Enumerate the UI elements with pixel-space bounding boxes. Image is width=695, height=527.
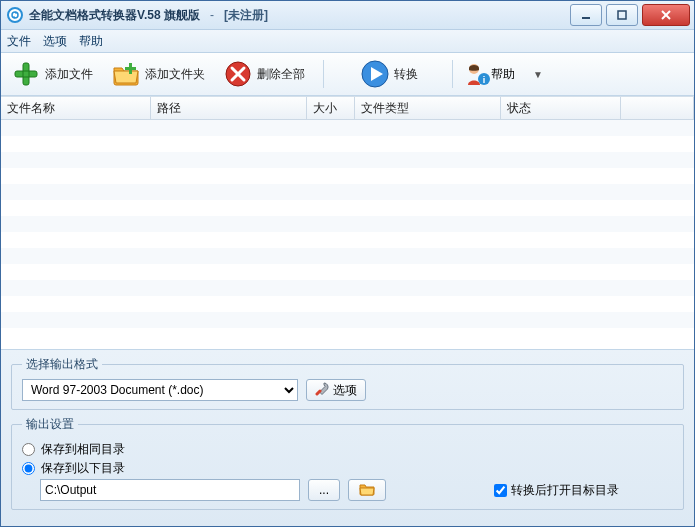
svg-rect-10 xyxy=(125,67,136,70)
svg-rect-6 xyxy=(15,71,37,77)
svg-point-0 xyxy=(8,8,22,22)
menubar: 文件 选项 帮助 xyxy=(1,30,694,53)
open-after-checkbox[interactable] xyxy=(494,484,507,497)
close-button[interactable] xyxy=(642,4,690,26)
output-settings-legend: 输出设置 xyxy=(22,416,78,433)
output-settings-group: 输出设置 保存到相同目录 保存到以下目录 ... xyxy=(11,416,684,510)
output-path-input[interactable] xyxy=(40,479,300,501)
below-dir-label: 保存到以下目录 xyxy=(41,460,125,477)
below-dir-radio[interactable] xyxy=(22,462,35,475)
col-type[interactable]: 文件类型 xyxy=(355,97,501,119)
svg-text:i: i xyxy=(483,75,486,85)
help-label: 帮助 xyxy=(491,66,515,83)
convert-label: 转换 xyxy=(394,66,418,83)
col-spacer xyxy=(621,97,694,119)
help-dropdown[interactable]: i 帮助 ▼ xyxy=(457,56,547,92)
title-separator: - xyxy=(210,8,214,22)
open-folder-button[interactable] xyxy=(348,479,386,501)
delete-all-label: 删除全部 xyxy=(257,66,305,83)
col-path[interactable]: 路径 xyxy=(151,97,307,119)
add-file-button[interactable]: 添加文件 xyxy=(7,56,103,92)
bottom-panel: 选择输出格式 Word 97-2003 Document (*.doc) 选项 … xyxy=(1,349,694,526)
convert-button[interactable]: 转换 xyxy=(356,56,428,92)
delete-all-button[interactable]: 删除全部 xyxy=(219,56,315,92)
wrench-icon xyxy=(315,382,329,399)
open-after-label: 转换后打开目标目录 xyxy=(511,482,619,499)
chevron-down-icon: ▼ xyxy=(533,69,543,80)
plus-icon xyxy=(11,59,41,89)
window-controls xyxy=(566,4,690,26)
table-header: 文件名称 路径 大小 文件类型 状态 xyxy=(1,96,694,120)
same-dir-radio[interactable] xyxy=(22,443,35,456)
file-list: 文件名称 路径 大小 文件类型 状态 xyxy=(1,96,694,340)
svg-line-19 xyxy=(317,391,320,394)
folder-plus-icon xyxy=(111,59,141,89)
toolbar-separator-2 xyxy=(452,60,453,88)
play-icon xyxy=(360,59,390,89)
titlebar: 全能文档格式转换器V.58 旗舰版 - [未注册] xyxy=(1,1,694,30)
output-format-select[interactable]: Word 97-2003 Document (*.doc) xyxy=(22,379,298,401)
help-person-icon: i xyxy=(461,59,491,89)
folder-icon xyxy=(359,482,375,499)
same-dir-label: 保存到相同目录 xyxy=(41,441,125,458)
menu-file[interactable]: 文件 xyxy=(7,33,31,50)
maximize-button[interactable] xyxy=(606,4,638,26)
col-status[interactable]: 状态 xyxy=(501,97,621,119)
menu-options[interactable]: 选项 xyxy=(43,33,67,50)
delete-icon xyxy=(223,59,253,89)
format-options-button[interactable]: 选项 xyxy=(306,379,366,401)
registration-status: [未注册] xyxy=(224,7,268,24)
browse-label: ... xyxy=(319,483,329,497)
add-folder-label: 添加文件夹 xyxy=(145,66,205,83)
add-folder-button[interactable]: 添加文件夹 xyxy=(107,56,215,92)
svg-rect-2 xyxy=(618,11,626,19)
col-size[interactable]: 大小 xyxy=(307,97,355,119)
minimize-button[interactable] xyxy=(570,4,602,26)
app-window: 全能文档格式转换器V.58 旗舰版 - [未注册] 文件 选项 帮助 添加文件 … xyxy=(0,0,695,527)
app-icon xyxy=(7,7,23,23)
add-file-label: 添加文件 xyxy=(45,66,93,83)
toolbar: 添加文件 添加文件夹 删除全部 转换 i 帮助 ▼ xyxy=(1,53,694,96)
format-options-label: 选项 xyxy=(333,382,357,399)
toolbar-separator xyxy=(323,60,324,88)
menu-help[interactable]: 帮助 xyxy=(79,33,103,50)
output-format-group: 选择输出格式 Word 97-2003 Document (*.doc) 选项 xyxy=(11,356,684,410)
col-filename[interactable]: 文件名称 xyxy=(1,97,151,119)
output-format-legend: 选择输出格式 xyxy=(22,356,102,373)
app-title: 全能文档格式转换器V.58 旗舰版 xyxy=(29,7,200,24)
browse-button[interactable]: ... xyxy=(308,479,340,501)
table-body[interactable] xyxy=(1,120,694,342)
